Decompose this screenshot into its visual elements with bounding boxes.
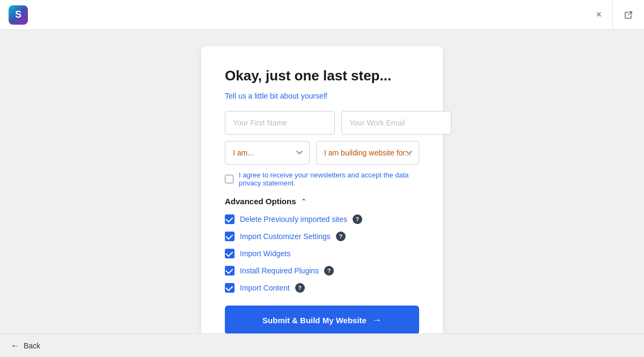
external-link-button[interactable] <box>621 8 635 22</box>
back-button[interactable]: ← Back <box>11 341 40 351</box>
advanced-option-import-customizer: Import Customizer Settings? <box>225 232 419 241</box>
work-email-input[interactable] <box>341 111 451 135</box>
checkbox-delete-sites[interactable] <box>225 214 235 224</box>
advanced-options-list: Delete Previously imported sites?Import … <box>225 214 419 293</box>
role-purpose-row: I am... I am building website for... <box>225 141 419 165</box>
newsletter-label[interactable]: I agree to receive your newsletters and … <box>239 171 419 187</box>
help-icon-install-plugins[interactable]: ? <box>324 266 334 276</box>
top-bar-left: S <box>9 5 28 25</box>
newsletter-checkbox[interactable] <box>225 175 233 183</box>
advanced-option-install-plugins: Install Required Plugins? <box>225 266 419 276</box>
advanced-options-title: Advanced Options <box>225 197 296 206</box>
advanced-option-import-widgets: Import Widgets <box>225 249 419 258</box>
advanced-option-delete-sites: Delete Previously imported sites? <box>225 214 419 224</box>
label-import-content: Import Content <box>240 284 290 292</box>
checkbox-import-content[interactable] <box>225 283 235 293</box>
help-icon-import-content[interactable]: ? <box>295 283 305 293</box>
purpose-select[interactable]: I am building website for... <box>316 141 419 165</box>
close-button[interactable]: × <box>594 7 604 23</box>
form-card: Okay, just one last step... Tell us a li… <box>201 46 443 333</box>
role-select[interactable]: I am... <box>225 141 310 165</box>
newsletter-row: I agree to receive your newsletters and … <box>225 171 419 187</box>
label-delete-sites: Delete Previously imported sites <box>240 215 347 224</box>
advanced-option-import-content: Import Content? <box>225 283 419 293</box>
chevron-up-icon: ⌃ <box>301 197 307 206</box>
label-install-plugins: Install Required Plugins <box>240 266 319 275</box>
label-import-customizer: Import Customizer Settings <box>240 232 331 241</box>
checkbox-import-widgets[interactable] <box>225 249 235 258</box>
arrow-right-icon: → <box>372 315 382 326</box>
submit-button[interactable]: Submit & Build My Website → <box>225 306 419 333</box>
help-icon-import-customizer[interactable]: ? <box>336 232 346 241</box>
app-logo: S <box>9 5 28 25</box>
top-bar-right: × <box>594 0 635 30</box>
back-arrow-icon: ← <box>11 341 19 351</box>
back-label: Back <box>24 341 40 350</box>
main-area: Okay, just one last step... Tell us a li… <box>0 30 644 333</box>
submit-label: Submit & Build My Website <box>262 316 367 325</box>
advanced-options-toggle[interactable]: Advanced Options ⌃ <box>225 197 419 206</box>
checkbox-import-customizer[interactable] <box>225 232 235 241</box>
top-bar: S × <box>0 0 644 30</box>
card-title: Okay, just one last step... <box>225 68 419 84</box>
bottom-bar: ← Back <box>0 333 644 357</box>
first-name-input[interactable] <box>225 111 335 135</box>
name-email-row <box>225 111 419 135</box>
divider <box>612 0 613 30</box>
checkbox-install-plugins[interactable] <box>225 266 235 276</box>
label-import-widgets: Import Widgets <box>240 249 290 258</box>
help-icon-delete-sites[interactable]: ? <box>353 214 362 224</box>
card-subtitle: Tell us a little bit about yourself <box>225 92 419 100</box>
